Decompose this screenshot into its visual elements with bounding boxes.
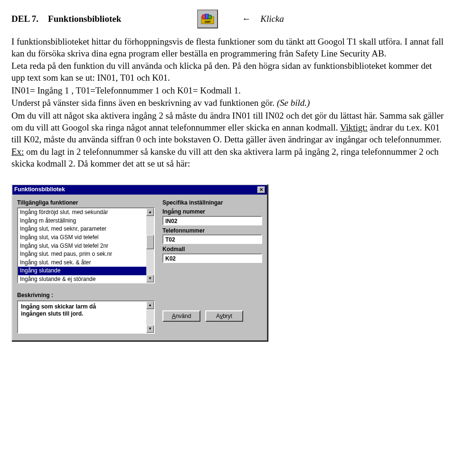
list-item[interactable]: Ingång slutande [18, 267, 146, 275]
ingang-label: Ingång nummer [162, 208, 262, 216]
function-library-dialog: Funktionsbibliotek ✕ Tillgängliga funkti… [11, 184, 268, 341]
available-functions-label: Tillgängliga funktioner [17, 199, 155, 207]
svg-rect-3 [208, 15, 211, 19]
paragraph-1: I funktionsbiblioteket hittar du förhopp… [11, 36, 445, 59]
list-item[interactable]: Ingång slut. med sek. & åter [18, 259, 146, 267]
scroll-thumb[interactable] [146, 235, 154, 249]
paragraph-5: Om du vill att något ska aktivera ingång… [11, 110, 445, 145]
list-item[interactable]: Ingång m återställning [18, 217, 146, 225]
paragraph-3: IN01= Ingång 1 , T01=Telefonnummer 1 och… [11, 85, 445, 97]
scroll-up-icon[interactable]: ▲ [146, 208, 154, 216]
list-item[interactable]: Ingång slut, med seknr, parameter [18, 225, 146, 233]
use-button[interactable]: Använd [162, 310, 200, 322]
paragraph-6: Ex: om du lagt in 2 telefonnummer så kan… [11, 146, 445, 169]
section-header: DEL 7. Funktionsbibliotek XMP ← Klicka [11, 9, 445, 28]
close-icon[interactable]: ✕ [257, 187, 265, 193]
klicka-label: Klicka [260, 13, 284, 25]
scroll-down-icon[interactable]: ▼ [146, 275, 154, 282]
dialog-title: Funktionsbibliotek [14, 186, 65, 194]
tel-label: Telefonnummer [162, 227, 262, 235]
description-box: Ingång som skickar larm då ingången slut… [17, 300, 155, 334]
scrollbar[interactable]: ▲ ▼ [146, 208, 154, 282]
list-item[interactable]: Ingång slut, via GSM vid telefel 2nr [18, 242, 146, 251]
list-item[interactable]: Ingång slut, via GSM vid telefel [18, 233, 146, 242]
description-text: Ingång som skickar larm då ingången slut… [21, 303, 116, 318]
cancel-button[interactable]: Avbryt [205, 310, 243, 322]
specific-settings-label: Specifika inställningar [162, 199, 262, 207]
svg-text:XMP: XMP [205, 20, 211, 23]
kod-input[interactable]: K02 [162, 253, 262, 263]
paragraph-4: Underst på vänster sida finns även en be… [11, 97, 445, 109]
dialog-titlebar[interactable]: Funktionsbibliotek ✕ [12, 185, 267, 195]
list-item[interactable]: Ingång slut. med paus, prim o sek.nr [18, 250, 146, 259]
functions-listbox[interactable]: Ingång fördröjd slut. med sekundärIngång… [17, 207, 155, 283]
description-label: Beskrivning : [17, 292, 155, 299]
ingang-input[interactable]: IN02 [162, 216, 262, 225]
xmp-icon: XMP [197, 9, 218, 28]
desc-scroll-up-icon[interactable]: ▲ [146, 301, 154, 309]
part-number: DEL 7. [11, 13, 38, 25]
arrow-left-icon: ← [242, 13, 251, 25]
paragraph-2: Leta reda på den funktion du vill använd… [11, 60, 445, 84]
desc-scroll-down-icon[interactable]: ▼ [146, 325, 154, 333]
section-title: Funktionsbibliotek [48, 13, 121, 25]
body-text: I funktionsbiblioteket hittar du förhopp… [11, 36, 445, 170]
list-item[interactable]: Ingång slutande & ej störande [18, 275, 146, 282]
list-item[interactable]: Ingång fördröjd slut. med sekundär [18, 208, 146, 217]
tel-input[interactable]: T02 [162, 234, 262, 244]
kod-label: Kodmall [162, 246, 262, 253]
